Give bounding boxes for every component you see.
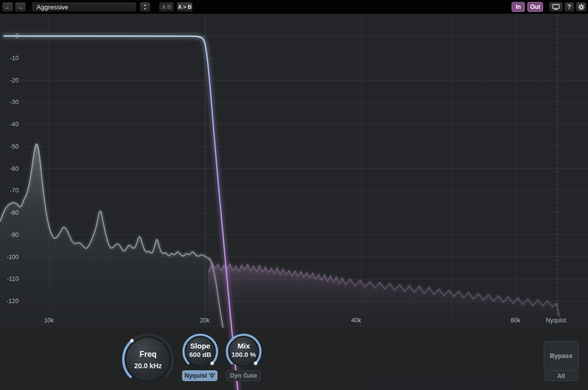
preset-stepper[interactable]: ▲ ▼	[140, 2, 150, 12]
freq-knob-dot	[131, 339, 134, 342]
nyquist-zero-label: Nyquist '0'	[184, 372, 215, 379]
dyn-gate-button[interactable]: Dyn Gate	[226, 370, 261, 381]
freq-knob-body[interactable]	[126, 337, 170, 382]
input-gain-button[interactable]: In	[512, 2, 525, 12]
freq-axis-label: 10k	[44, 317, 54, 324]
slope-knob-value: 600 dB	[189, 351, 212, 358]
arrow-left-icon: ←	[4, 3, 11, 11]
preset-name: Aggressive	[37, 3, 68, 11]
back-button[interactable]: ←	[2, 2, 13, 12]
bypass-button[interactable]: Bypass	[544, 341, 579, 370]
freq-axis-label: Nyquist	[546, 317, 566, 324]
freq-axis-label: 20k	[200, 317, 210, 324]
slope-knob-label: Slope	[190, 342, 211, 350]
help-label: ?	[567, 3, 571, 10]
a-to-b-copy-button[interactable]: A > B	[177, 2, 193, 12]
gear-icon	[578, 3, 585, 11]
all-label: All	[557, 373, 565, 380]
db-axis-label: -110	[7, 275, 19, 282]
arrow-right-icon: →	[17, 3, 24, 11]
mix-knob-dot	[254, 362, 257, 365]
monitor-button[interactable]	[549, 2, 563, 12]
forward-button[interactable]: →	[15, 2, 26, 12]
help-button[interactable]: ?	[564, 2, 574, 12]
stepper-up-icon[interactable]: ▲	[144, 3, 147, 7]
plugin-window: 0-10-20-30-40-50-60-70-80-90-100-110-120…	[0, 0, 588, 390]
display-icon	[552, 4, 560, 10]
mix-knob-label: Mix	[237, 342, 250, 350]
mix-knob-value: 100.0 %	[231, 351, 256, 358]
settings-button[interactable]	[576, 2, 587, 12]
ab-compare-button[interactable]: A B	[159, 2, 174, 12]
dyn-gate-label: Dyn Gate	[230, 372, 257, 379]
in-label: In	[515, 3, 521, 10]
freq-axis-label: 40k	[351, 317, 362, 324]
db-axis-label: -100	[6, 254, 19, 261]
db-axis-label: -70	[10, 187, 19, 194]
nyquist-zero-button[interactable]: Nyquist '0'	[182, 370, 218, 381]
toolbar: ← → Aggressive ▲ ▼ A B A > B In Out ?	[0, 0, 588, 14]
preset-selector[interactable]: Aggressive	[32, 2, 137, 12]
db-axis-label: -10	[10, 55, 19, 62]
stepper-down-icon[interactable]: ▼	[144, 7, 147, 11]
slope-knob-dot	[211, 362, 214, 365]
freq-axis-label: 80k	[511, 317, 521, 324]
freq-knob-label: Freq	[140, 350, 157, 358]
all-button[interactable]: All	[544, 371, 579, 381]
output-gain-button[interactable]: Out	[527, 2, 543, 12]
db-axis-label: -50	[10, 143, 19, 150]
freq-knob-value: 20.0 kHz	[134, 362, 162, 370]
branding: TOKYO DAWN LABS ULTRASONIC	[0, 328, 113, 390]
db-axis-label: -40	[10, 121, 19, 128]
bypass-label: Bypass	[550, 352, 572, 359]
ab-compare-label: A B	[162, 4, 171, 10]
db-axis-label: 0	[15, 33, 19, 39]
a-to-b-label: A > B	[178, 4, 191, 10]
db-axis-label: -60	[10, 165, 19, 172]
db-axis-label: -20	[10, 77, 19, 84]
out-label: Out	[530, 3, 541, 10]
db-axis-label: -120	[6, 298, 19, 305]
db-axis-label: -30	[10, 99, 19, 106]
db-axis-label: -90	[10, 232, 19, 238]
db-axis-label: -80	[10, 209, 19, 216]
